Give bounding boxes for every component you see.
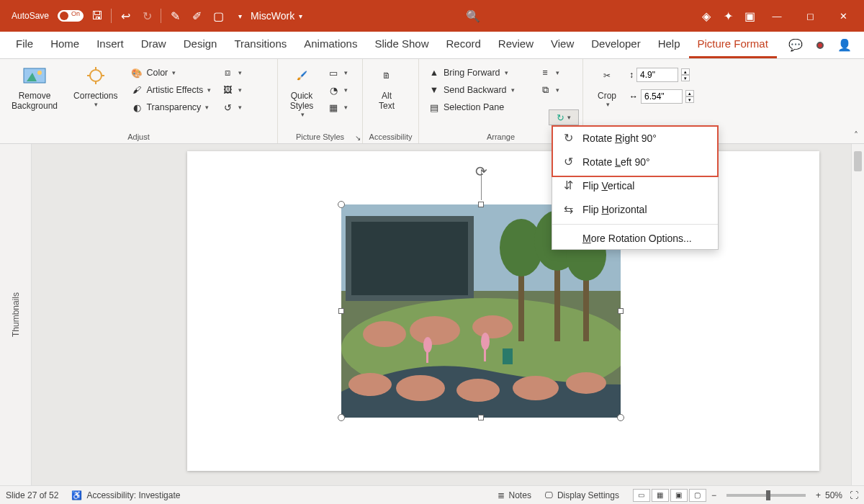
vertical-scrollbar[interactable]: [851, 144, 864, 485]
width-down[interactable]: ▾: [685, 96, 694, 103]
svg-point-13: [363, 321, 406, 347]
transparency-button[interactable]: ◐Transparency: [127, 99, 214, 115]
shape-width-field[interactable]: ↔ 6.54" ▴▾: [629, 89, 694, 104]
tab-animations[interactable]: Animations: [295, 32, 366, 58]
height-up[interactable]: ▴: [681, 68, 690, 75]
window-mode-icon[interactable]: ▣: [739, 5, 760, 27]
save-icon[interactable]: 🖫: [86, 5, 108, 27]
corrections-button[interactable]: Corrections: [68, 62, 123, 127]
thumbnails-rail[interactable]: Thumbnails: [0, 144, 32, 485]
normal-view-button[interactable]: ▭: [633, 489, 650, 502]
slide-canvas[interactable]: ⟳: [32, 144, 864, 485]
handle-tc[interactable]: [478, 202, 484, 207]
search-icon[interactable]: 🔍: [466, 9, 480, 23]
scrollbar-thumb[interactable]: [854, 151, 862, 171]
bring-forward-button[interactable]: ▲Bring Forward: [425, 65, 531, 81]
align-button[interactable]: ≡: [536, 65, 562, 81]
tab-file[interactable]: File: [7, 32, 42, 58]
rotate-left-90-item[interactable]: ↺Rotate Left 90°: [552, 150, 718, 174]
more-rotation-options-item[interactable]: More Rotation Options...: [552, 228, 718, 249]
undo-icon[interactable]: ↩: [114, 5, 136, 27]
accessibility-status[interactable]: ♿Accessibility: Investigate: [71, 490, 180, 500]
notes-icon: ≣: [498, 490, 505, 500]
tab-view[interactable]: View: [542, 32, 582, 58]
tab-design[interactable]: Design: [175, 32, 226, 58]
autosave-toggle[interactable]: On: [58, 10, 84, 22]
width-up[interactable]: ▴: [685, 90, 694, 96]
color-button[interactable]: 🎨Color: [127, 65, 214, 81]
redo-icon[interactable]: ↻: [136, 5, 158, 27]
picture-layout-button[interactable]: ▦: [324, 99, 351, 115]
slideshow-view-button[interactable]: ▢: [689, 489, 706, 502]
rotate-icon: ↻: [557, 112, 564, 123]
zoom-level[interactable]: 50%: [825, 490, 842, 500]
group-objects-button[interactable]: ⧉: [536, 82, 562, 98]
change-picture-icon: 🖼: [221, 84, 234, 96]
rotate-button[interactable]: ↻ ▾: [549, 109, 579, 125]
shape-height-field[interactable]: ↕ 4.9" ▴▾: [629, 68, 694, 82]
picture-border-button[interactable]: ▭: [324, 65, 351, 81]
rotation-handle-icon[interactable]: ⟳: [475, 163, 487, 180]
zoom-slider[interactable]: [726, 494, 806, 497]
fit-to-window-button[interactable]: ⛶: [850, 490, 858, 500]
quick-styles-button[interactable]: 🖌️ Quick Styles: [284, 62, 320, 127]
customize-qat-icon[interactable]: ▾: [229, 5, 251, 27]
crop-button[interactable]: ✂ Crop: [589, 62, 625, 127]
flip-horizontal-item[interactable]: ⇆Flip Horizontal: [552, 197, 718, 221]
tab-draw[interactable]: Draw: [132, 32, 175, 58]
close-button[interactable]: ✕: [827, 5, 860, 27]
sorter-view-button[interactable]: ▦: [652, 489, 669, 502]
collapse-ribbon-icon[interactable]: ˄: [854, 130, 858, 140]
zoom-out-button[interactable]: −: [711, 490, 716, 500]
tab-insert[interactable]: Insert: [88, 32, 132, 58]
document-name[interactable]: MiscWork ▾: [251, 10, 302, 22]
record-indicator[interactable]: [808, 32, 832, 58]
flip-vertical-item[interactable]: ⇵Flip Vertical: [552, 174, 718, 197]
minimize-button[interactable]: —: [760, 5, 793, 27]
reading-view-button[interactable]: ▣: [670, 489, 688, 502]
change-picture-button[interactable]: 🖼: [218, 82, 245, 98]
share-button[interactable]: 👤: [832, 32, 857, 58]
handle-br[interactable]: [617, 414, 624, 421]
accessibility-icon: ♿: [71, 490, 82, 500]
zoom-in-button[interactable]: +: [816, 490, 821, 500]
handle-mr[interactable]: [618, 308, 624, 314]
notes-button[interactable]: ≣Notes: [498, 490, 531, 500]
quick-tool1-icon[interactable]: ✎: [164, 5, 186, 27]
artistic-effects-icon: 🖌: [130, 84, 143, 96]
tab-help[interactable]: Help: [649, 32, 689, 58]
tab-review[interactable]: Review: [490, 32, 542, 58]
handle-tl[interactable]: [338, 201, 345, 208]
tab-developer[interactable]: Developer: [582, 32, 649, 58]
compress-icon: ⧈: [221, 66, 234, 79]
handle-bc[interactable]: [478, 415, 484, 420]
comments-button[interactable]: 💬: [783, 32, 808, 58]
send-backward-button[interactable]: ▼Send Backward: [425, 82, 531, 98]
tab-transitions[interactable]: Transitions: [225, 32, 295, 58]
picture-styles-launcher[interactable]: ↘: [355, 134, 361, 142]
premium-icon[interactable]: ◈: [696, 5, 717, 27]
tab-record[interactable]: Record: [437, 32, 489, 58]
flip-vertical-icon: ⇵: [561, 179, 575, 192]
alt-text-button[interactable]: 🗎 Alt Text: [369, 62, 405, 127]
tab-home[interactable]: Home: [42, 32, 88, 58]
height-down[interactable]: ▾: [681, 75, 690, 81]
compress-button[interactable]: ⧈: [218, 65, 245, 81]
selection-pane-button[interactable]: ▤Selection Pane: [425, 99, 531, 115]
artistic-effects-button[interactable]: 🖌Artistic Effects: [127, 82, 214, 98]
reset-picture-button[interactable]: ↺: [218, 99, 245, 115]
handle-bl[interactable]: [338, 414, 345, 421]
tab-picture-format[interactable]: Picture Format: [689, 32, 777, 58]
designer-icon[interactable]: ✦: [717, 5, 739, 27]
present-icon[interactable]: ▢: [207, 5, 229, 27]
tab-slideshow[interactable]: Slide Show: [366, 32, 437, 58]
handle-ml[interactable]: [338, 308, 344, 314]
slide-counter[interactable]: Slide 27 of 52: [6, 490, 58, 500]
maximize-button[interactable]: ◻: [793, 5, 827, 27]
rotate-right-90-item[interactable]: ↻Rotate Right 90°: [552, 126, 718, 150]
workspace: Thumbnails ⟳: [0, 144, 864, 485]
remove-background-button[interactable]: Remove Background: [6, 62, 63, 127]
picture-effects-button[interactable]: ◔: [324, 82, 351, 98]
display-settings-button[interactable]: 🖵Display Settings: [544, 490, 619, 500]
quick-tool2-icon[interactable]: ✐: [186, 5, 207, 27]
